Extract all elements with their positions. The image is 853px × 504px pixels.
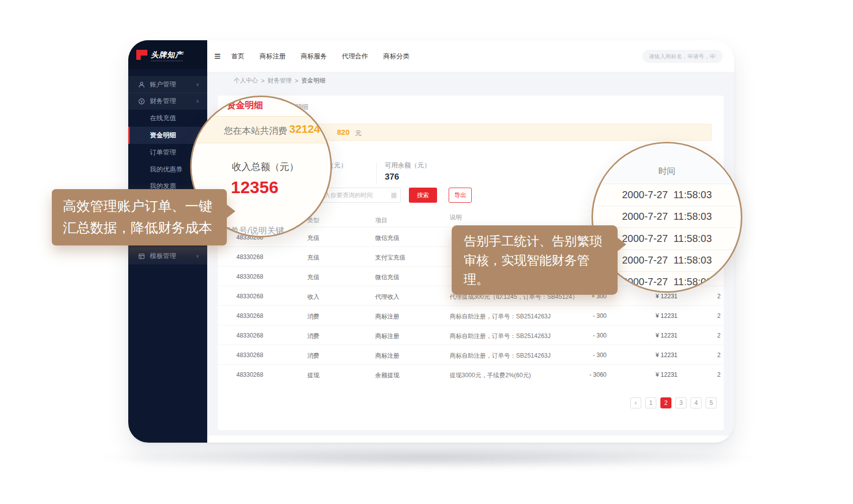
hamburger-menu-icon[interactable]: ≡ bbox=[214, 50, 221, 63]
breadcrumb-separator: > bbox=[295, 77, 298, 85]
cell-order: 48330268 bbox=[236, 273, 263, 280]
pagination-page-3[interactable]: 3 bbox=[675, 397, 687, 408]
cell-type: 收入 bbox=[307, 293, 319, 301]
sidebar-item-label: 财务管理 bbox=[150, 97, 176, 106]
nav-item-home[interactable]: 首页 bbox=[231, 52, 244, 61]
nav-item-agency[interactable]: 代理合作 bbox=[342, 52, 368, 61]
breadcrumb-current: 资金明细 bbox=[301, 76, 325, 85]
cell-project: 代理收入 bbox=[375, 293, 399, 301]
cell-amount: - 3060 bbox=[589, 371, 607, 378]
cell-order: 48330268 bbox=[236, 254, 263, 261]
export-button[interactable]: 导出 bbox=[449, 188, 472, 203]
magnified-income-value: 12356 bbox=[231, 178, 279, 197]
table-row: 48330268 消费 商标注册 商标自助注册，订单号：SB2514263J -… bbox=[218, 345, 724, 364]
brand-logo-icon bbox=[136, 50, 147, 60]
sidebar-item-label: 我的优惠券 bbox=[150, 165, 183, 174]
brand-logo-subtext bbox=[151, 60, 183, 61]
table-row: 48330268 提现 余额提现 提现3000元，手续费2%(60元) - 30… bbox=[218, 364, 724, 384]
row-separator bbox=[597, 271, 737, 272]
cell-desc: 提现3000元，手续费2%(60元) bbox=[450, 371, 531, 380]
cell-desc: 商标自助注册，订单号：SB2514263J bbox=[450, 352, 551, 360]
brand-logo-text: 头牌知产 bbox=[151, 50, 183, 60]
cell-amount: - 300 bbox=[593, 312, 607, 319]
available-balance-value: 376 bbox=[385, 172, 399, 182]
chevron-down-icon: ∨ bbox=[196, 82, 199, 87]
cell-type: 充值 bbox=[307, 254, 319, 262]
banner-unit: 元 bbox=[355, 129, 362, 138]
cell-project: 微信充值 bbox=[375, 273, 399, 282]
sidebar-item-templates[interactable]: 模板管理 ∨ bbox=[128, 247, 207, 265]
pagination-page-4[interactable]: 4 bbox=[691, 397, 702, 408]
cell-balance: ¥ 12231 bbox=[656, 312, 677, 319]
sidebar-item-account[interactable]: 账户管理 ∨ bbox=[128, 76, 207, 93]
stage: 头牌知产 账户管理 ∨ 财务管理 ∧ 在线充值 资金 bbox=[0, 0, 853, 504]
cell-order: 48330268 bbox=[236, 293, 263, 300]
cell-desc: 商标自助注册，订单号：SB2514263J bbox=[450, 332, 551, 341]
sort-caret-icon[interactable]: ∨ bbox=[377, 216, 380, 221]
magnified-time-value: 2000-7-27 11:58:03 bbox=[593, 189, 741, 201]
cell-project: 余额提现 bbox=[375, 371, 399, 380]
pagination-page-5[interactable]: 5 bbox=[706, 397, 717, 408]
sidebar-item-finance[interactable]: 财务管理 ∧ bbox=[128, 93, 207, 110]
cell-type: 提现 bbox=[307, 371, 319, 380]
cell-project: 商标注册 bbox=[375, 352, 399, 360]
template-icon bbox=[138, 253, 145, 260]
cell-type: 消费 bbox=[307, 312, 319, 321]
sidebar-item-label: 资金明细 bbox=[150, 131, 176, 140]
global-search-input[interactable] bbox=[642, 50, 723, 63]
magnified-time-value: 2000-7-27 11:58:03 bbox=[593, 211, 741, 222]
cell-order: 48330268 bbox=[236, 312, 263, 319]
sidebar-item-label: 在线充值 bbox=[150, 114, 176, 123]
cell-order: 48330268 bbox=[236, 371, 263, 378]
nav-item-trademark-register[interactable]: 商标注册 bbox=[260, 52, 286, 61]
cell-order: 48330268 bbox=[236, 332, 263, 339]
breadcrumb-item[interactable]: 财务管理 bbox=[268, 76, 292, 85]
cell-time: 2 bbox=[717, 371, 721, 378]
cell-type: 消费 bbox=[307, 352, 319, 360]
cell-amount: - 300 bbox=[593, 332, 607, 339]
cell-order: 48330268 bbox=[236, 352, 263, 359]
table-row: 48330268 消费 商标注册 商标自助注册，订单号：SB2514263J -… bbox=[218, 305, 724, 325]
cell-balance: ¥ 12231 bbox=[656, 371, 677, 378]
cell-project: 商标注册 bbox=[375, 312, 399, 321]
banner-amount: 820 bbox=[337, 128, 350, 136]
stat-divider bbox=[376, 162, 377, 184]
sidebar-item-label: 订单管理 bbox=[150, 148, 176, 157]
sidebar-item-label: 账户管理 bbox=[150, 80, 176, 89]
pagination: ‹ 1 2 3 4 5 bbox=[630, 397, 717, 408]
breadcrumb: 个人中心 > 财务管理 > 资金明细 bbox=[234, 72, 325, 89]
nav-item-trademark-category[interactable]: 商标分类 bbox=[383, 52, 409, 61]
magnified-banner: 您在本站共消费 32124 元 bbox=[190, 116, 332, 143]
pagination-page-1[interactable]: 1 bbox=[645, 397, 656, 408]
cell-balance: ¥ 12231 bbox=[656, 293, 677, 300]
cell-project: 微信充值 bbox=[375, 234, 399, 242]
laptop-base-shadow bbox=[29, 445, 824, 471]
cell-amount: - 300 bbox=[593, 352, 607, 359]
search-button[interactable]: 搜索 bbox=[409, 188, 437, 203]
cell-type: 充值 bbox=[307, 234, 319, 242]
sidebar-item-online-recharge[interactable]: 在线充值 bbox=[128, 110, 207, 127]
pagination-prev-button[interactable]: ‹ bbox=[630, 397, 641, 408]
cell-time: 2 bbox=[717, 293, 721, 300]
chevron-down-icon: ∨ bbox=[196, 254, 199, 259]
cell-desc: 商标自助注册，订单号：SB2514263J bbox=[450, 312, 551, 321]
brand-logo[interactable]: 头牌知产 bbox=[128, 40, 207, 69]
pagination-page-2-active[interactable]: 2 bbox=[660, 397, 671, 408]
topbar: ≡ 首页 商标注册 商标服务 代理合作 商标分类 bbox=[207, 40, 734, 72]
top-navigation: 首页 商标注册 商标服务 代理合作 商标分类 bbox=[231, 40, 409, 72]
available-balance-label: 可用余额（元） bbox=[385, 161, 431, 170]
breadcrumb-separator: > bbox=[261, 77, 265, 85]
user-icon bbox=[138, 81, 145, 89]
row-separator bbox=[597, 206, 737, 206]
row-separator bbox=[597, 227, 737, 228]
callout-right: 告别手工统计、告别繁琐审核，实现智能财务管理。 bbox=[452, 225, 618, 295]
cell-project: 支付宝充值 bbox=[375, 254, 405, 262]
chevron-up-icon: ∧ bbox=[196, 99, 199, 104]
cell-balance: ¥ 12231 bbox=[656, 352, 677, 359]
cell-balance: ¥ 12231 bbox=[656, 332, 677, 339]
calendar-icon[interactable]: ▦ bbox=[391, 191, 397, 199]
cell-time: 2 bbox=[717, 352, 721, 359]
cell-time: 2 bbox=[717, 312, 721, 319]
nav-item-trademark-service[interactable]: 商标服务 bbox=[301, 52, 327, 61]
breadcrumb-item[interactable]: 个人中心 bbox=[234, 76, 258, 85]
